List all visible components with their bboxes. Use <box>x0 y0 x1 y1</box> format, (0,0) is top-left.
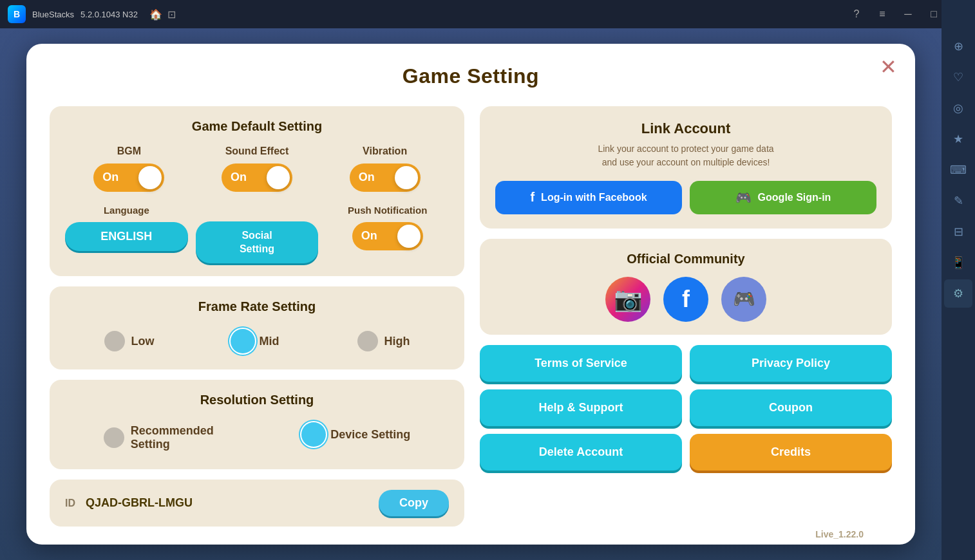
sidebar-camera-icon[interactable]: ◎ <box>944 94 972 122</box>
google-signin-button[interactable]: 🎮 Google Sign-in <box>690 181 876 214</box>
push-toggle[interactable]: On <box>352 222 423 250</box>
discord-icon: 🎮 <box>733 288 755 310</box>
action-buttons-grid: Terms of Service Privacy Policy Help & S… <box>480 345 892 471</box>
copy-button[interactable]: Copy <box>379 490 449 516</box>
terms-of-service-button[interactable]: Terms of Service <box>480 345 682 382</box>
frame-high-radio[interactable] <box>357 331 378 351</box>
game-default-setting-card: Game Default Setting BGM On Sound Effect <box>50 106 464 277</box>
push-state: On <box>361 229 377 243</box>
sound-knob <box>267 166 290 189</box>
language-label: Language <box>104 205 149 216</box>
sidebar-edit-icon[interactable]: ✎ <box>944 187 972 215</box>
frame-rate-options: Low Mid High <box>65 326 449 357</box>
facebook-f-icon: f <box>530 190 535 205</box>
titlebar-nav-icons: 🏠 ⊡ <box>149 8 176 21</box>
app-name: BlueStacks <box>32 10 74 19</box>
resolution-recommended-radio[interactable] <box>104 427 124 448</box>
menu-titlebar-icon[interactable]: ≡ <box>875 6 890 22</box>
resolution-title: Resolution Setting <box>65 393 449 407</box>
community-card: Official Community 📷 f 🎮 <box>480 239 892 335</box>
bgm-knob <box>138 166 162 189</box>
help-support-button[interactable]: Help & Support <box>480 389 682 426</box>
instagram-icon: 📷 <box>614 286 643 313</box>
sidebar-phone-icon[interactable]: 📱 <box>944 248 972 277</box>
gamepad-icon: 🎮 <box>735 190 752 205</box>
sound-state: On <box>231 171 247 184</box>
resolution-options: RecommendedSetting Device Setting <box>65 419 449 456</box>
community-title: Official Community <box>495 252 876 266</box>
link-buttons-row: f Log-in with Facebook 🎮 Google Sign-in <box>495 181 876 214</box>
game-default-title: Game Default Setting <box>65 119 449 134</box>
language-col: Language ENGLISH <box>65 205 188 251</box>
minimize-button[interactable]: ─ <box>900 6 916 22</box>
right-sidebar: ⊕ ♡ ◎ ★ ⌨ ✎ ⊟ 📱 ⚙ <box>942 0 975 560</box>
vibration-state: On <box>359 171 375 184</box>
social-setting-button[interactable]: SocialSetting <box>196 221 319 264</box>
facebook-community-button[interactable]: f <box>663 277 708 322</box>
vibration-toggle[interactable]: On <box>350 163 421 192</box>
sidebar-search-icon[interactable]: ⊕ <box>944 32 972 61</box>
privacy-policy-button[interactable]: Privacy Policy <box>690 345 892 382</box>
frame-mid-option[interactable]: Mid <box>232 331 279 351</box>
sound-toggle[interactable]: On <box>222 163 292 192</box>
help-titlebar-icon[interactable]: ? <box>849 6 864 22</box>
link-account-title: Link Account <box>495 120 876 137</box>
id-section: ID QJAD-GBRL-LMGU Copy <box>50 480 464 527</box>
lang-social-push-row: Language ENGLISH SocialSetting Push Noti… <box>65 205 449 264</box>
push-knob <box>397 225 421 248</box>
sidebar-settings-icon[interactable]: ⚙ <box>944 279 972 308</box>
frame-high-option[interactable]: High <box>357 331 410 351</box>
maximize-button[interactable]: □ <box>926 6 942 22</box>
bgm-state: On <box>102 171 118 184</box>
community-icons-row: 📷 f 🎮 <box>495 277 876 322</box>
id-label: ID <box>65 498 75 509</box>
resolution-device-radio[interactable] <box>303 424 324 445</box>
version-text: Live_1.22.0 <box>815 529 864 539</box>
modal-title: Game Setting <box>50 64 892 88</box>
push-label: Push Notification <box>348 205 427 216</box>
vibration-label: Vibration <box>363 145 407 157</box>
google-signin-label: Google Sign-in <box>758 192 831 203</box>
delete-account-button[interactable]: Delete Account <box>480 434 682 471</box>
instagram-button[interactable]: 📷 <box>605 277 650 322</box>
frame-rate-card: Frame Rate Setting Low Mid High <box>50 286 464 369</box>
bluestacks-logo: B <box>8 5 26 23</box>
bgm-label: BGM <box>117 145 141 157</box>
frame-low-radio[interactable] <box>104 331 125 351</box>
frame-high-label: High <box>384 335 410 348</box>
facebook-community-icon: f <box>682 286 690 313</box>
id-value: QJAD-GBRL-LMGU <box>86 496 368 510</box>
language-button[interactable]: ENGLISH <box>65 222 188 251</box>
facebook-login-button[interactable]: f Log-in with Facebook <box>495 181 682 214</box>
home-icon[interactable]: 🏠 <box>149 8 162 21</box>
facebook-login-label: Log-in with Facebook <box>541 192 647 203</box>
push-col: Push Notification On <box>326 205 449 250</box>
sidebar-layers-icon[interactable]: ⊟ <box>944 218 972 246</box>
bgm-toggle[interactable]: On <box>93 163 164 192</box>
modal-overlay: Game Setting ✕ Game Default Setting BGM … <box>0 28 942 560</box>
discord-button[interactable]: 🎮 <box>721 277 766 322</box>
link-account-desc: Link your account to protect your game d… <box>495 142 876 169</box>
modal-content: Game Default Setting BGM On Sound Effect <box>50 106 892 527</box>
resolution-device-label: Device Setting <box>330 428 410 442</box>
sidebar-star-icon[interactable]: ★ <box>944 125 972 153</box>
frame-low-option[interactable]: Low <box>104 331 155 351</box>
coupon-button[interactable]: Coupon <box>690 389 892 426</box>
sidebar-keyboard-icon[interactable]: ⌨ <box>944 156 972 184</box>
frame-rate-title: Frame Rate Setting <box>65 299 449 314</box>
modal-close-button[interactable]: ✕ <box>880 57 897 77</box>
resolution-device-option[interactable]: Device Setting <box>303 424 410 445</box>
layers-nav-icon[interactable]: ⊡ <box>167 8 176 21</box>
sidebar-heart-icon[interactable]: ♡ <box>944 63 972 91</box>
vibration-knob <box>395 166 418 189</box>
resolution-recommended-option[interactable]: RecommendedSetting <box>104 424 214 451</box>
frame-mid-radio[interactable] <box>232 331 253 351</box>
resolution-card: Resolution Setting RecommendedSetting De… <box>50 380 464 469</box>
titlebar: B BlueStacks 5.2.0.1043 N32 🏠 ⊡ ? ≡ ─ □ … <box>0 0 975 28</box>
vibration-toggle-item: Vibration On <box>350 145 421 192</box>
credits-button[interactable]: Credits <box>690 434 892 471</box>
resolution-recommended-label: RecommendedSetting <box>131 424 214 451</box>
game-setting-modal: Game Setting ✕ Game Default Setting BGM … <box>26 44 915 545</box>
app-version: 5.2.0.1043 N32 <box>80 10 138 19</box>
frame-low-label: Low <box>131 335 155 348</box>
